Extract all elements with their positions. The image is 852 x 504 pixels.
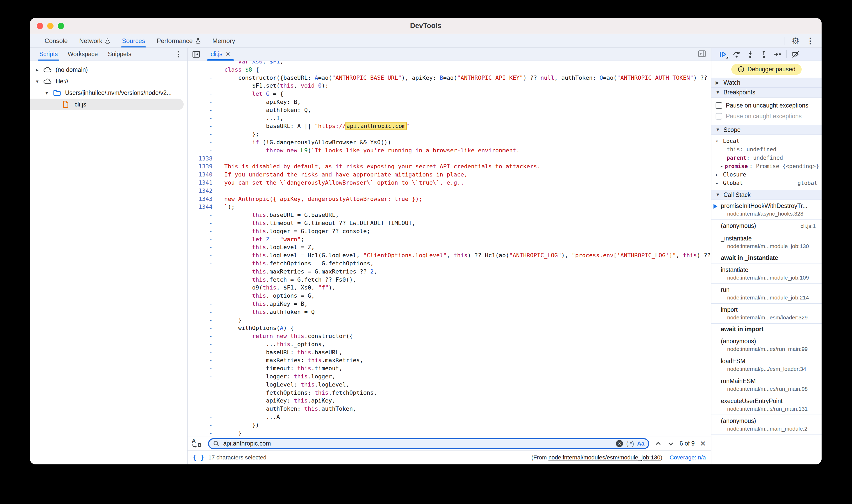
code-line: let Z = "warn"; — [224, 235, 711, 244]
line-number: - — [188, 90, 212, 98]
line-number: - — [188, 332, 212, 340]
watch-section-header[interactable]: ▶ Watch — [711, 78, 821, 88]
tab-sources[interactable]: Sources — [117, 34, 150, 48]
code-line: authToken: Q, — [224, 106, 711, 114]
source-code[interactable]: var Xs0, $F1;class $8 { constructor({bas… — [222, 61, 711, 437]
hide-navigator-icon[interactable] — [192, 50, 201, 59]
tree-item-cli-js[interactable]: cli.js — [30, 98, 184, 110]
from-source-link[interactable]: node:internal/modules/esm/module_job:130 — [549, 454, 660, 461]
callstack-frame[interactable]: runnode:internal/m...module_job:214 — [711, 284, 821, 304]
breakpoint-option[interactable]: Pause on caught exceptions — [711, 111, 821, 122]
frame-location: node:internal/m...es/run_main:98 — [721, 386, 818, 392]
callstack-frame[interactable]: importnode:internal/m...esm/loader:329 — [711, 304, 821, 324]
search-input[interactable]: api.anthropic.com ✕ (.*) Aa — [208, 438, 649, 449]
scope-group-global[interactable]: ▸Globalglobal — [711, 179, 821, 187]
callstack-frame[interactable]: promiseInitHookWithDestroyTr...node:inte… — [711, 200, 821, 220]
tab-label: Sources — [122, 37, 145, 44]
navigator-tab-snippets[interactable]: Snippets — [104, 48, 135, 60]
line-number: - — [188, 373, 212, 381]
breakpoints-section-header[interactable]: ▼ Breakpoints — [711, 88, 821, 97]
tab-label: Console — [45, 37, 68, 44]
info-icon — [738, 66, 744, 73]
code-line: authToken: this.authToken, — [224, 405, 711, 413]
line-number: - — [188, 268, 212, 276]
tab-memory[interactable]: Memory — [208, 34, 240, 48]
navigator-tab-scripts[interactable]: Scripts — [36, 48, 61, 60]
tab-label: Network — [79, 37, 102, 44]
step-over-icon[interactable] — [730, 49, 743, 59]
code-line: baseURL: A || "https://api.anthropic.com… — [224, 122, 711, 130]
tree-item-label: file:// — [56, 78, 69, 85]
scope-section-header[interactable]: ▼ Scope — [711, 125, 821, 135]
callstack-section-header[interactable]: ▼ Call Stack — [711, 190, 821, 200]
chevron-right-icon: ▶ — [715, 80, 720, 86]
code-editor[interactable]: ------------1338133913401341134213431344… — [188, 61, 711, 437]
tree-item-users-jinhuilee-nvm-versions-node-v2-[interactable]: ▾Users/jinhuilee/.nvm/versions/node/v2..… — [30, 87, 187, 98]
line-number: - — [188, 219, 212, 227]
previous-match-icon[interactable] — [655, 440, 662, 447]
active-tab-underline — [121, 47, 146, 48]
code-line: } — [224, 316, 711, 324]
more-options-icon[interactable]: ⋮ — [806, 37, 814, 45]
callstack-frame[interactable]: (anonymous)cli.js:1 — [711, 220, 821, 232]
resume-script-icon[interactable] — [716, 49, 730, 59]
frame-name: instantiate — [721, 266, 818, 273]
search-query[interactable]: api.anthropic.com — [223, 440, 613, 447]
navigator-tab-workspace[interactable]: Workspace — [64, 48, 102, 60]
close-window-button[interactable] — [37, 23, 43, 29]
tree-item-file-[interactable]: ▾file:// — [30, 75, 187, 87]
scope-group-local[interactable]: ▾Local — [711, 137, 821, 145]
line-number: - — [188, 147, 212, 155]
line-number: - — [188, 106, 212, 114]
show-debugger-panel-icon[interactable] — [697, 49, 711, 59]
scope-variable-promise[interactable]: ▸promise: Promise {<pending>} — [711, 162, 821, 170]
line-number: - — [188, 259, 212, 268]
settings-gear-icon[interactable]: ⚙ — [792, 36, 800, 46]
tree-item--no-domain-[interactable]: ▸(no domain) — [30, 64, 187, 75]
navigator-more-icon[interactable]: ⋮ — [175, 50, 187, 58]
step-icon[interactable] — [771, 49, 784, 59]
step-out-icon[interactable] — [757, 49, 771, 59]
tree-expanded-icon[interactable]: ▾ — [43, 90, 50, 96]
deactivate-breakpoints-icon[interactable] — [789, 49, 802, 59]
replace-toggle-icon[interactable]: A B — [191, 438, 203, 449]
scope-group-closure[interactable]: ▸Closure — [711, 170, 821, 179]
tab-console[interactable]: Console — [40, 34, 72, 48]
scope-variable-parent[interactable]: parent: undefined — [711, 154, 821, 162]
breakpoint-label: Pause on caught exceptions — [726, 113, 802, 120]
minimize-window-button[interactable] — [47, 23, 54, 29]
tab-performance[interactable]: Performance — [152, 34, 206, 48]
match-case-toggle[interactable]: Aa — [637, 440, 644, 447]
checkbox[interactable] — [715, 102, 722, 109]
scope-group-label: Local — [723, 138, 740, 144]
tree-expanded-icon[interactable]: ▾ — [34, 78, 40, 85]
callstack-frame[interactable]: executeUserEntryPointnode:internal/m...s… — [711, 395, 821, 415]
callstack-frame[interactable]: instantiatenode:internal/m...module_job:… — [711, 264, 821, 284]
line-number: - — [188, 421, 212, 429]
regex-toggle[interactable]: (.*) — [626, 440, 634, 447]
tree-collapsed-icon[interactable]: ▸ — [34, 67, 40, 73]
close-tab-icon[interactable]: ✕ — [226, 51, 230, 58]
maximize-window-button[interactable] — [58, 23, 64, 29]
close-find-bar-icon[interactable]: ✕ — [700, 439, 706, 448]
line-number: - — [188, 292, 212, 300]
pretty-print-icon[interactable]: { } — [193, 454, 204, 461]
tree-item-label: Users/jinhuilee/.nvm/versions/node/v2... — [65, 89, 172, 96]
callstack-frame[interactable]: _instantiatenode:internal/m...module_job… — [711, 232, 821, 252]
step-into-icon[interactable] — [743, 49, 757, 59]
coverage-link[interactable]: Coverage: n/a — [670, 454, 706, 461]
callstack-frame[interactable]: (anonymous)node:internal/m...main_module… — [711, 415, 821, 435]
callstack-frame[interactable]: runMainESMnode:internal/m...es/run_main:… — [711, 375, 821, 395]
breakpoint-option[interactable]: Pause on uncaught exceptions — [711, 100, 821, 111]
checkbox[interactable] — [715, 113, 722, 120]
code-line: this.logLevel = Hc1(G.logLevel, "ClientO… — [224, 251, 711, 259]
scope-variable-this[interactable]: this: undefined — [711, 145, 821, 154]
callstack-frame[interactable]: loadESMnode:internal/p.../esm_loader:34 — [711, 355, 821, 375]
editor-tab-clijs[interactable]: cli.js ✕ — [207, 48, 234, 60]
next-match-icon[interactable] — [667, 440, 674, 447]
line-number: - — [188, 66, 212, 74]
clear-search-icon[interactable]: ✕ — [616, 440, 623, 447]
code-line: `); — [224, 203, 711, 211]
tab-network[interactable]: Network — [74, 34, 115, 48]
callstack-frame[interactable]: (anonymous)node:internal/m...es/run_main… — [711, 335, 821, 355]
